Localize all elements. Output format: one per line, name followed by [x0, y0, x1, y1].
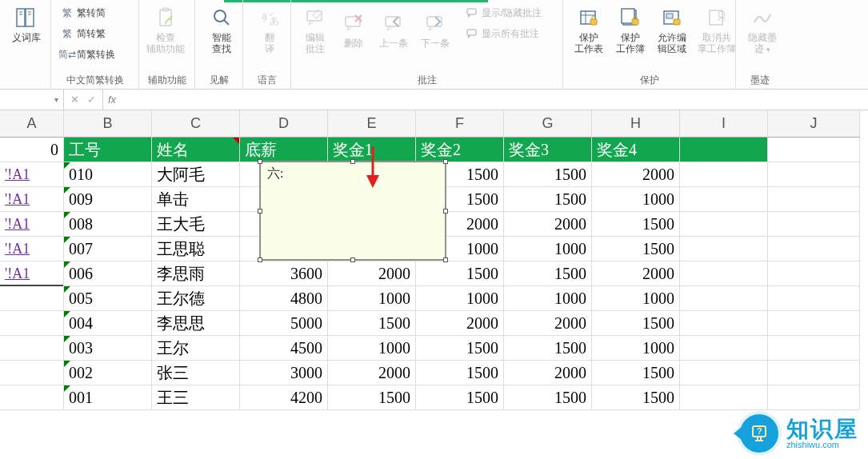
cell[interactable]: 1000 [592, 286, 680, 311]
cn-convert-button[interactable]: 简⇄ 简繁转换 [58, 45, 132, 64]
cell[interactable]: 2000 [416, 311, 504, 336]
edit-comment-button[interactable]: 编辑批注 [298, 3, 333, 56]
cell[interactable]: 009 [64, 187, 152, 212]
cell[interactable] [768, 187, 860, 212]
cell[interactable]: 001 [64, 385, 152, 410]
cell[interactable] [680, 261, 768, 286]
show-all-comments-button[interactable]: 显示所有批注 [462, 24, 545, 43]
cell[interactable]: 1500 [504, 162, 592, 187]
cell[interactable] [680, 138, 768, 162]
cell[interactable]: 1500 [592, 361, 680, 385]
cell[interactable]: 姓名 [152, 138, 240, 162]
cell[interactable]: 2000 [592, 261, 680, 286]
cell[interactable]: 1500 [416, 385, 504, 410]
resize-handle[interactable] [258, 159, 262, 164]
cell[interactable]: '!A1 [0, 237, 64, 261]
cell[interactable] [0, 311, 64, 336]
cell[interactable]: 2000 [504, 212, 592, 237]
cell[interactable] [680, 187, 768, 212]
cell[interactable]: 010 [64, 162, 152, 187]
cell[interactable]: 奖金4 [592, 138, 680, 162]
cell[interactable]: 底薪 [240, 138, 328, 162]
unshare-workbook-button[interactable]: 取消共享工作簿 [694, 3, 739, 56]
resize-handle[interactable] [443, 257, 448, 262]
cell[interactable] [0, 286, 64, 311]
cell[interactable] [680, 361, 768, 385]
cell[interactable]: 1500 [416, 261, 504, 286]
fx-label[interactable]: fx [102, 90, 121, 110]
col-header[interactable]: B [64, 110, 152, 138]
cell[interactable]: 1500 [592, 385, 680, 410]
protect-sheet-button[interactable]: 保护工作表 [570, 3, 608, 56]
translate-button[interactable]: aあ 翻译 [250, 3, 290, 56]
cell[interactable]: 2000 [328, 361, 416, 385]
col-header[interactable]: H [592, 110, 680, 138]
confirm-icon[interactable]: ✓ [87, 94, 96, 106]
prev-comment-button[interactable]: 上一条 [374, 3, 413, 56]
resize-handle[interactable] [350, 257, 355, 262]
comment-box[interactable]: 六: [260, 162, 446, 260]
cell[interactable] [768, 385, 860, 410]
cell[interactable]: 王尔 [152, 336, 240, 361]
cell[interactable]: 张三 [152, 361, 240, 385]
hyperlink[interactable]: '!A1 [5, 241, 30, 257]
col-header[interactable]: J [768, 110, 860, 138]
smart-lookup-button[interactable]: 智能查找 [202, 3, 242, 56]
col-header[interactable]: G [504, 110, 592, 138]
col-header[interactable]: D [240, 110, 328, 138]
cell[interactable]: 1500 [504, 336, 592, 361]
cell[interactable]: 1000 [504, 237, 592, 261]
cell[interactable]: 005 [64, 286, 152, 311]
cell[interactable]: 李思思 [152, 311, 240, 336]
cell[interactable]: 4500 [240, 336, 328, 361]
cell[interactable]: '!A1 [0, 212, 64, 237]
cell[interactable] [768, 138, 860, 162]
cell[interactable] [768, 212, 860, 237]
cell[interactable]: 1500 [504, 385, 592, 410]
cancel-icon[interactable]: ✕ [70, 94, 79, 106]
cell[interactable]: 2000 [504, 361, 592, 385]
allow-edit-ranges-button[interactable]: 允许编辑区域 [653, 3, 691, 56]
cell[interactable] [680, 311, 768, 336]
cell[interactable] [768, 311, 860, 336]
cell[interactable] [680, 237, 768, 261]
next-comment-button[interactable]: 下一条 [416, 3, 454, 56]
cell[interactable] [768, 361, 860, 385]
col-header[interactable]: C [152, 110, 240, 138]
show-hide-comment-button[interactable]: 显示/隐藏批注 [462, 3, 545, 22]
cell[interactable]: 单击 [152, 187, 240, 212]
cell[interactable] [680, 336, 768, 361]
cell[interactable]: 008 [64, 212, 152, 237]
cell[interactable] [0, 336, 64, 361]
protect-workbook-button[interactable]: 保护工作簿 [611, 3, 650, 56]
cell[interactable]: 006 [64, 261, 152, 286]
cell[interactable]: 2000 [504, 311, 592, 336]
cell[interactable]: 1000 [592, 187, 680, 212]
hyperlink[interactable]: '!A1 [5, 265, 30, 282]
col-header[interactable]: A [0, 110, 64, 138]
simp-to-trad-button[interactable]: 繁 简转繁 [58, 24, 132, 43]
formula-input[interactable] [121, 90, 868, 110]
cell[interactable]: 2000 [328, 261, 416, 286]
check-accessibility-button[interactable]: 检查辅助功能 [146, 3, 186, 56]
cell[interactable]: 4800 [240, 286, 328, 311]
cell[interactable]: 1000 [416, 286, 504, 311]
cell[interactable]: 1500 [592, 212, 680, 237]
cell[interactable]: 王思聪 [152, 237, 240, 261]
cell[interactable]: 003 [64, 336, 152, 361]
cell[interactable] [0, 385, 64, 410]
col-header[interactable]: E [328, 110, 416, 138]
hyperlink[interactable]: '!A1 [5, 166, 30, 183]
resize-handle[interactable] [350, 159, 355, 164]
cell[interactable]: 大阿毛 [152, 162, 240, 187]
cell[interactable]: '!A1 [0, 162, 64, 187]
name-box[interactable]: ▾ [0, 90, 64, 110]
cell[interactable]: 1500 [592, 237, 680, 261]
cell[interactable]: '!A1 [0, 187, 64, 212]
cell[interactable]: 1500 [592, 311, 680, 336]
trad-to-simp-button[interactable]: 繁 繁转简 [58, 3, 132, 22]
grid-body[interactable]: 0 工号 姓名 底薪 奖金1 奖金2 奖金3 奖金4 六: [0, 138, 868, 410]
resize-handle[interactable] [258, 209, 262, 214]
cell[interactable]: 2000 [592, 162, 680, 187]
cell[interactable] [768, 261, 860, 286]
